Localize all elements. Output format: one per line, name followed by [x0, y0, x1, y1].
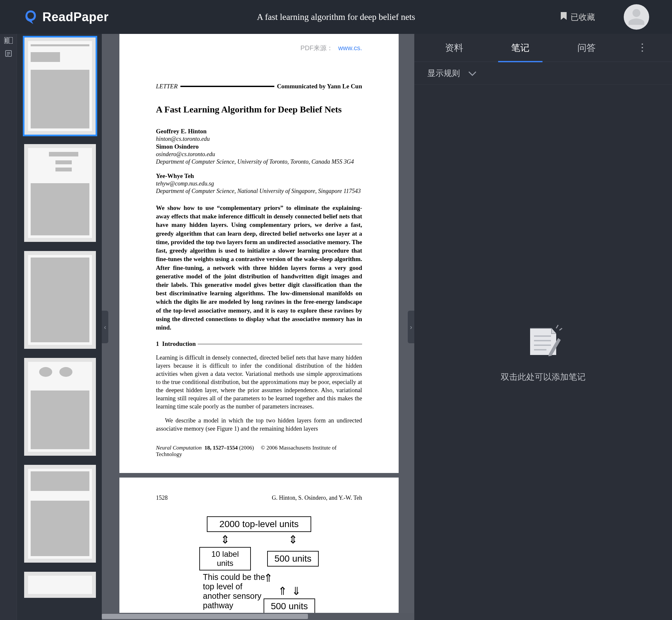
- tab-notes[interactable]: 笔记: [505, 34, 536, 62]
- page-running-header: 1528G. Hinton, S. Osindero, and Y.-W. Te…: [156, 495, 362, 501]
- abstract: We show how to use “complementary priors…: [156, 204, 362, 332]
- bookmark-icon: [560, 11, 567, 22]
- document-title: A fast learning algorithm for deep belie…: [257, 12, 415, 22]
- page-thumbnail[interactable]: [24, 251, 96, 349]
- brand[interactable]: ReadPaper: [23, 9, 109, 25]
- svg-line-12: [560, 328, 562, 330]
- collapse-right-handle[interactable]: ›: [408, 311, 414, 343]
- page-thumbnail[interactable]: [24, 572, 96, 598]
- page-thumbnail[interactable]: [24, 358, 96, 456]
- favorite-label: 已收藏: [571, 12, 595, 22]
- notes-empty-icon: [524, 322, 563, 358]
- svg-line-11: [556, 325, 558, 328]
- outline-toggle[interactable]: [0, 47, 17, 60]
- svg-rect-1: [5, 38, 6, 43]
- page-footer: Neural Computation 18, 1527–1554 (2006) …: [156, 445, 362, 458]
- right-tabs: 资料 笔记 问答 ⋯: [414, 34, 672, 62]
- thumbnail-strip: [17, 34, 102, 620]
- split-view-toggle[interactable]: [0, 34, 17, 47]
- pdf-page: 1528G. Hinton, S. Osindero, and Y.-W. Te…: [119, 477, 399, 613]
- author-name: Yee-Whye Teh: [156, 172, 362, 179]
- favorite-button[interactable]: 已收藏: [560, 11, 595, 22]
- chevron-down-icon[interactable]: [469, 68, 476, 78]
- right-panel: 资料 笔记 问答 ⋯ 显示规则: [414, 34, 672, 620]
- tab-qa[interactable]: 问答: [571, 34, 602, 62]
- more-options-icon[interactable]: ⋯: [637, 42, 648, 54]
- body-paragraph: Learning is difficult in densely connect…: [156, 354, 362, 411]
- author-email: osindero@cs.toronto.edu: [156, 151, 362, 158]
- brand-text: ReadPaper: [42, 10, 109, 24]
- brand-logo-icon: [23, 9, 39, 25]
- figure-annotation: This could be the top level of another s…: [203, 572, 268, 610]
- section-heading: 1 Introduction: [156, 340, 362, 348]
- app-header: ReadPaper A fast learning algorithm for …: [0, 0, 672, 34]
- letter-line: LETTERCommunicated by Yann Le Cun: [156, 83, 362, 90]
- display-rules-label: 显示规则: [427, 68, 460, 79]
- notes-subheader: 显示规则: [414, 62, 672, 85]
- page-thumbnail[interactable]: [24, 37, 96, 135]
- collapse-left-handle[interactable]: ‹: [102, 311, 108, 343]
- page-thumbnail[interactable]: [24, 144, 96, 242]
- page-thumbnail[interactable]: [24, 465, 96, 563]
- pdf-page: PDF来源： www.cs. LETTERCommunicated by Yan…: [119, 34, 399, 473]
- svg-rect-2: [9, 37, 13, 44]
- pdf-source-label: PDF来源： www.cs.: [300, 44, 362, 52]
- tab-info[interactable]: 资料: [438, 34, 470, 62]
- author-email: tehyw@comp.nus.edu.sg: [156, 180, 362, 187]
- notes-empty-hint: 双击此处可以添加笔记: [501, 371, 585, 383]
- author-name: Geoffrey E. Hinton: [156, 128, 362, 135]
- author-name: Simon Osindero: [156, 143, 362, 150]
- paper-title: A Fast Learning Algorithm for Deep Belie…: [156, 104, 362, 115]
- pdf-viewer: ‹ › PDF来源： www.cs. LETTERCommunicated by…: [102, 34, 414, 620]
- user-avatar[interactable]: [624, 4, 649, 30]
- pdf-scroll-area[interactable]: PDF来源： www.cs. LETTERCommunicated by Yan…: [102, 34, 414, 613]
- left-rail: [0, 34, 17, 620]
- author-email: hinton@cs.toronto.edu: [156, 136, 362, 143]
- figure-network-diagram: 2000 top-level units ⇕⇕ 10 label units 5…: [156, 516, 362, 613]
- pdf-source-link[interactable]: www.cs.: [338, 44, 362, 52]
- affiliation: Department of Computer Science, Universi…: [156, 158, 362, 165]
- horizontal-scrollbar[interactable]: [102, 613, 414, 620]
- notes-empty-state[interactable]: 双击此处可以添加笔记: [414, 85, 672, 620]
- body-paragraph: We describe a model in which the top two…: [156, 417, 362, 433]
- affiliation: Department of Computer Science, National…: [156, 188, 362, 195]
